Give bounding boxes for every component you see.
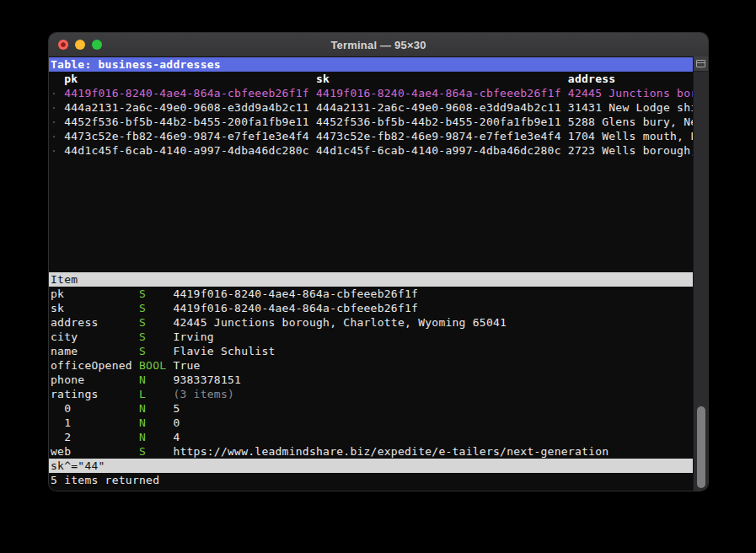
- item-attribute-row-sk: sk S 4419f016-8240-4ae4-864a-cbfeeeb26f1…: [51, 301, 693, 315]
- split-pane-icon: [696, 60, 705, 67]
- status-line: 5 items returned: [51, 473, 693, 487]
- table-row-2[interactable]: · 4452f536-bf5b-44b2-b455-200fa1fb9e11 4…: [51, 115, 693, 129]
- split-pane-button[interactable]: [694, 56, 708, 72]
- item-attribute-row-officeOpened: officeOpened BOOL True: [51, 358, 693, 373]
- item-attribute-row-pk: pk S 4419f016-8240-4ae4-864a-cbfeeeb26f1…: [51, 287, 693, 301]
- item-attribute-row-address: address S 42445 Junctions borough, Charl…: [51, 315, 693, 330]
- table-row-3[interactable]: · 4473c52e-fb82-46e9-9874-e7fef1e3e4f4 4…: [51, 129, 693, 143]
- empty-row: [51, 201, 693, 215]
- empty-row: [51, 258, 693, 272]
- item-attribute-row-city: city S Irving: [51, 330, 693, 344]
- table-column-header: pk sk address: [51, 72, 693, 86]
- empty-row: [51, 244, 693, 258]
- scrollbar-thumb[interactable]: [697, 406, 705, 488]
- item-attribute-row-phone: phone N 9383378151: [51, 373, 693, 387]
- empty-row: [51, 158, 693, 172]
- item-attribute-row-0: 0 N 5: [51, 401, 693, 416]
- table-row-4[interactable]: · 44d1c45f-6cab-4140-a997-4dba46dc280c 4…: [51, 143, 693, 158]
- item-section-header: Item: [49, 272, 693, 287]
- close-button[interactable]: [58, 40, 68, 50]
- empty-row: [51, 186, 693, 201]
- scrollbar-track[interactable]: [693, 56, 708, 491]
- item-attribute-row-web: web S https://www.leadmindshare.biz/expe…: [51, 444, 693, 459]
- item-attribute-row-2: 2 N 4: [51, 430, 693, 444]
- filter-bar[interactable]: sk^="44": [49, 459, 693, 473]
- item-attribute-row-ratings: ratings L (3 items): [51, 387, 693, 401]
- window-titlebar[interactable]: Terminal — 95×30: [49, 33, 708, 57]
- table-title-bar: Table: business-addresses: [49, 57, 693, 72]
- zoom-button[interactable]: [92, 40, 102, 50]
- minimize-button[interactable]: [75, 40, 85, 50]
- item-attribute-row-name: name S Flavie Schulist: [51, 344, 693, 358]
- terminal-content: Table: business-addresses pk sk address·…: [49, 56, 708, 491]
- item-attribute-row-1: 1 N 0: [51, 416, 693, 430]
- desktop-background: Terminal — 95×30 Table: business-address…: [0, 0, 756, 553]
- terminal-screen[interactable]: Table: business-addresses pk sk address·…: [49, 56, 693, 491]
- empty-row: [51, 215, 693, 229]
- table-row-0[interactable]: · 4419f016-8240-4ae4-864a-cbfeeeb26f1f 4…: [51, 86, 693, 100]
- terminal-window: Terminal — 95×30 Table: business-address…: [48, 32, 709, 491]
- window-title: Terminal — 95×30: [330, 39, 426, 51]
- empty-row: [51, 229, 693, 244]
- traffic-lights: [58, 33, 102, 56]
- table-row-1[interactable]: · 444a2131-2a6c-49e0-9608-e3dd9a4b2c11 4…: [51, 100, 693, 115]
- empty-row: [51, 172, 693, 186]
